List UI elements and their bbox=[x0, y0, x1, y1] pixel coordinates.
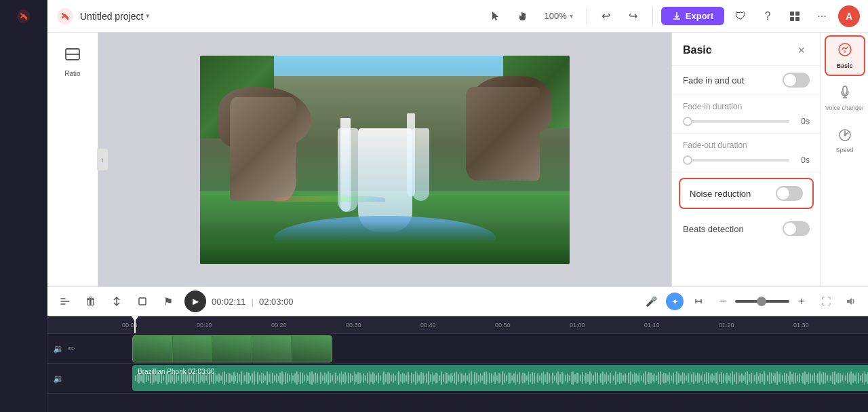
svg-rect-5 bbox=[795, 17, 800, 21]
canvas-area: Ratio ‹ bbox=[47, 33, 868, 286]
fade-out-label: Fade-out duration bbox=[683, 141, 810, 150]
audio-waveform: (function() { const waveform = document.… bbox=[132, 365, 868, 391]
zoom-slider-thumb[interactable] bbox=[757, 297, 766, 306]
ruler-mark-9: 01:30 bbox=[793, 322, 868, 329]
speakers-btn[interactable] bbox=[841, 292, 860, 311]
project-title[interactable]: Untitled project ▾ bbox=[80, 11, 150, 22]
export-button[interactable]: Export bbox=[661, 7, 724, 25]
topbar-tools: 100% ▾ ↩ ↪ Export 🛡 ? ··· A bbox=[485, 5, 860, 27]
hand-tool-btn[interactable] bbox=[512, 5, 534, 27]
app-logo[interactable] bbox=[13, 5, 35, 27]
split-btn2[interactable] bbox=[689, 292, 708, 311]
pointer-tool-btn[interactable] bbox=[485, 5, 507, 27]
redo-btn[interactable]: ↪ bbox=[623, 5, 644, 27]
video-preview bbox=[98, 33, 671, 286]
undo-btn[interactable]: ↩ bbox=[595, 5, 617, 27]
ruler-marks: 00:00 00:10 00:20 00:30 00:40 00:50 01:0… bbox=[122, 322, 868, 329]
zoom-display[interactable]: 100% ▾ bbox=[539, 8, 578, 24]
fade-out-slider-container: 0s bbox=[683, 155, 810, 165]
timeline-right-controls: 🎤 ✦ − + ⛶ bbox=[642, 292, 860, 311]
zoom-out-btn[interactable]: − bbox=[713, 292, 732, 311]
fade-out-slider[interactable] bbox=[683, 159, 789, 162]
svg-rect-4 bbox=[790, 17, 794, 21]
beats-detection-toggle[interactable] bbox=[783, 221, 810, 236]
fade-in-slider[interactable] bbox=[683, 120, 789, 123]
collapse-panel-btn[interactable]: ‹ bbox=[97, 149, 108, 170]
sidebar bbox=[0, 0, 47, 412]
video-content bbox=[200, 56, 570, 264]
time-separator: | bbox=[252, 297, 254, 307]
app-icon bbox=[56, 7, 75, 26]
chevron-down-icon: ▾ bbox=[146, 12, 150, 20]
fade-in-out-toggle[interactable] bbox=[783, 73, 810, 88]
ruler-mark-0: 00:00 bbox=[122, 322, 197, 329]
playhead[interactable] bbox=[134, 316, 136, 333]
fade-in-value: 0s bbox=[795, 117, 810, 126]
fullscreen-btn[interactable]: ⛶ bbox=[816, 292, 835, 311]
ruler-mark-6: 01:00 bbox=[570, 322, 644, 329]
audio-track-controls: 🔉 bbox=[47, 373, 122, 383]
video-track-controls: 🔉 ✏ bbox=[47, 343, 122, 354]
divider bbox=[652, 8, 653, 24]
shield-icon-btn[interactable]: 🛡 bbox=[730, 5, 751, 27]
ruler-mark-8: 01:20 bbox=[719, 322, 793, 329]
ruler-mark-4: 00:40 bbox=[420, 322, 495, 329]
panel-title: Basic bbox=[683, 44, 712, 56]
panel-close-btn[interactable]: ✕ bbox=[793, 42, 810, 58]
total-time: 02:03:00 bbox=[259, 297, 294, 307]
fade-in-slider-container: 0s bbox=[683, 117, 810, 126]
svg-rect-14 bbox=[139, 298, 146, 305]
fade-in-thumb[interactable] bbox=[683, 117, 692, 126]
audio-clip[interactable]: Brazillian Phonk 02:03:00 (function() { … bbox=[132, 365, 868, 391]
magic-btn[interactable]: ✦ bbox=[666, 293, 684, 310]
fade-in-out-row: Fade in and out bbox=[672, 66, 821, 95]
noise-reduction-row: Noise reduction bbox=[679, 178, 814, 209]
timeline-content: 00:00 00:10 00:20 00:30 00:40 00:50 01:0… bbox=[47, 316, 868, 412]
svg-rect-3 bbox=[795, 12, 800, 16]
right-toolbar: Basic Voice changer bbox=[821, 33, 868, 286]
split-btn[interactable] bbox=[107, 292, 126, 311]
voice-changer-tool-btn[interactable]: Voice changer bbox=[825, 77, 865, 118]
mic-btn[interactable]: 🎤 bbox=[642, 292, 660, 311]
ratio-tool[interactable]: Ratio bbox=[51, 39, 95, 83]
svg-rect-2 bbox=[790, 12, 794, 16]
ruler-mark-7: 01:10 bbox=[644, 322, 719, 329]
topbar: Untitled project ▾ 100% ▾ ↩ ↪ Export 🛡 bbox=[47, 0, 868, 33]
noise-reduction-toggle[interactable] bbox=[776, 186, 803, 201]
ratio-icon bbox=[64, 45, 81, 67]
fade-in-label: Fade-in duration bbox=[683, 102, 810, 111]
video-edit-icon[interactable]: ✏ bbox=[68, 343, 75, 354]
speed-tool-btn[interactable]: Speed bbox=[825, 119, 865, 160]
audio-volume-icon[interactable]: 🔉 bbox=[53, 373, 64, 383]
zoom-in-btn[interactable]: + bbox=[792, 292, 811, 311]
ruler-mark-5: 00:50 bbox=[495, 322, 570, 329]
play-button[interactable]: ▶ bbox=[184, 291, 206, 312]
fade-out-section: Fade-out duration 0s bbox=[672, 134, 821, 172]
audio-track-row: 🔉 Brazillian Phonk 02:03:00 (function() … bbox=[47, 364, 868, 394]
layout-icon-btn[interactable] bbox=[784, 5, 806, 27]
ruler: 00:00 00:10 00:20 00:30 00:40 00:50 01:0… bbox=[47, 316, 868, 334]
zoom-controls: − + bbox=[713, 292, 811, 311]
more-icon-btn[interactable]: ··· bbox=[811, 5, 833, 27]
avatar[interactable]: A bbox=[838, 5, 860, 27]
fade-out-thumb[interactable] bbox=[683, 155, 692, 165]
zoom-slider[interactable] bbox=[735, 300, 789, 303]
chevron-down-icon: ▾ bbox=[570, 12, 573, 20]
main-area: Untitled project ▾ 100% ▾ ↩ ↪ Export 🛡 bbox=[47, 0, 868, 412]
flag-btn[interactable]: ⚑ bbox=[159, 292, 178, 311]
trim-tool-btn[interactable] bbox=[56, 292, 75, 311]
ruler-mark-2: 00:20 bbox=[271, 322, 346, 329]
fade-in-section: Fade-in duration 0s bbox=[672, 95, 821, 134]
video-volume-icon[interactable]: 🔉 bbox=[53, 343, 64, 354]
ruler-mark-3: 00:30 bbox=[346, 322, 420, 329]
beats-detection-row: Beats detection bbox=[672, 214, 821, 243]
timeline-toolbar: 🗑 ⚑ ▶ 00:02:11 | 02:03:00 🎤 ✦ bbox=[47, 286, 868, 316]
help-icon-btn[interactable]: ? bbox=[757, 5, 778, 27]
timeline: 🗑 ⚑ ▶ 00:02:11 | 02:03:00 🎤 ✦ bbox=[47, 286, 868, 412]
delete-btn[interactable]: 🗑 bbox=[81, 292, 100, 311]
playback-controls: ▶ 00:02:11 | 02:03:00 bbox=[184, 291, 294, 312]
video-clip[interactable] bbox=[132, 335, 332, 362]
crop-btn[interactable] bbox=[133, 292, 152, 311]
basic-tool-btn[interactable]: Basic bbox=[825, 35, 865, 76]
video-track-area bbox=[122, 334, 868, 363]
